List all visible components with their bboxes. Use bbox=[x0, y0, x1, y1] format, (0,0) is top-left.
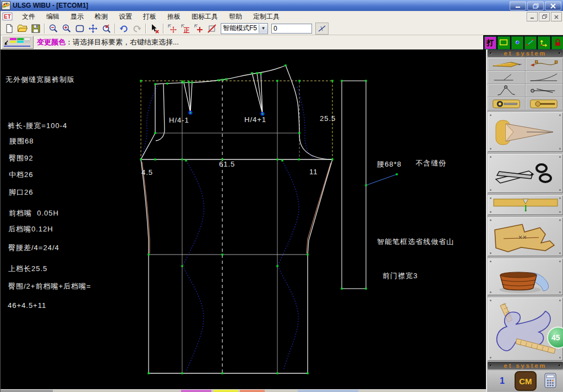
layer-color-magenta bbox=[181, 390, 211, 392]
da-tool-button[interactable]: 打 bbox=[484, 36, 496, 49]
open-file-icon[interactable] bbox=[16, 23, 29, 35]
canvas-text-2: 裤长-腰宽=100-4 bbox=[8, 121, 67, 131]
line-tool-button[interactable] bbox=[524, 36, 537, 49]
menu-item-10[interactable]: 定制工具 bbox=[248, 11, 285, 23]
canvas-text-7: 前档嘴 0.05H bbox=[9, 208, 59, 218]
canvas-text-15: 25.5 bbox=[320, 114, 336, 123]
undo-icon[interactable] bbox=[117, 23, 130, 35]
redo-icon[interactable] bbox=[130, 23, 144, 35]
slant-line-icon[interactable] bbox=[488, 71, 526, 84]
menu-item-7[interactable]: 推板 bbox=[162, 11, 186, 23]
length-input[interactable] bbox=[271, 24, 312, 34]
svg-text:正: 正 bbox=[183, 27, 190, 34]
restore-button[interactable] bbox=[527, 1, 544, 10]
menu-item-3[interactable]: 显示 bbox=[65, 11, 89, 23]
menu-item-5[interactable]: 设置 bbox=[113, 11, 138, 23]
application-window: ULSG WIBU - [ETCOM1] ET 文件编辑显示检测设置打板推板图标… bbox=[0, 0, 563, 392]
canvas-text-16: 61.5 bbox=[219, 160, 235, 168]
point-tool-button[interactable] bbox=[511, 36, 523, 49]
menu-item-9[interactable]: 帮助 bbox=[223, 11, 248, 23]
point-move-icon[interactable] bbox=[166, 23, 179, 35]
canvas-text-22: 前门襟宽3 bbox=[382, 271, 418, 281]
calculator-icon[interactable] bbox=[544, 373, 556, 390]
svg-text:打: 打 bbox=[487, 38, 494, 47]
mdi-restore-button[interactable] bbox=[539, 12, 550, 21]
new-file-icon[interactable] bbox=[3, 23, 16, 35]
scale-bar: 1 CM bbox=[488, 371, 563, 391]
svg-text:ET: ET bbox=[4, 14, 11, 20]
rise-curve-icon[interactable] bbox=[526, 71, 563, 84]
line-tool-icon[interactable] bbox=[315, 23, 329, 35]
main-toolbar: 正 智能模式F5 ▼ bbox=[1, 22, 563, 35]
lock-tool-button[interactable] bbox=[551, 36, 563, 49]
layer-color-blue bbox=[298, 390, 358, 392]
tool-grid bbox=[488, 58, 563, 111]
scale-value: 1 bbox=[500, 376, 505, 386]
zoom-in-icon[interactable] bbox=[60, 23, 73, 35]
zoom-out-icon[interactable] bbox=[47, 23, 60, 35]
quick-toolbar: 打 bbox=[483, 35, 563, 49]
notch-strip-panel[interactable] bbox=[488, 195, 563, 215]
canvas-text-20: 不含缝份 bbox=[416, 158, 446, 168]
canvas-text-14: H/4+1 bbox=[244, 115, 266, 124]
canvas-text-11: 臀围/2+前档嘴+后档嘴= bbox=[8, 281, 91, 291]
rect-tool-button[interactable] bbox=[498, 36, 510, 49]
compass-flat-icon[interactable] bbox=[526, 84, 563, 97]
tool-sidebar: et system 45 e bbox=[486, 49, 563, 392]
canvas-text-10: 上档长25.5 bbox=[8, 264, 47, 274]
hook-arrow-icon[interactable] bbox=[526, 58, 563, 71]
sidebar-header: et system bbox=[488, 49, 563, 57]
canvas-text-6: 脚口26 bbox=[9, 187, 33, 197]
change-color-icon[interactable] bbox=[2, 36, 34, 49]
select-cancel-icon[interactable] bbox=[148, 23, 161, 35]
scrollbar-thumb[interactable] bbox=[1, 390, 53, 392]
save-file-icon[interactable] bbox=[29, 23, 42, 35]
drawing-canvas[interactable]: 无外侧缝宽腿裤制版裤长-腰宽=100-4腰围68臀围92中档26脚口26前档嘴 … bbox=[1, 49, 486, 389]
unit-button[interactable]: CM bbox=[515, 371, 537, 391]
pencil-icon[interactable] bbox=[488, 58, 526, 71]
sidebar-footer-header: et system bbox=[488, 362, 563, 369]
scissors-panel[interactable] bbox=[488, 154, 563, 193]
close-button[interactable] bbox=[545, 1, 561, 10]
canvas-text-9: 臀腰差/4=24/4 bbox=[8, 243, 59, 253]
menu-bar: ET 文件编辑显示检测设置打板推板图标工具帮助定制工具 bbox=[1, 11, 563, 23]
layer-color-yellow bbox=[214, 390, 238, 392]
mode-select[interactable]: 智能模式F5 ▼ bbox=[221, 23, 268, 34]
french-curve-panel[interactable]: 45 bbox=[488, 297, 563, 361]
canvas-text-8: 后档嘴0.12H bbox=[8, 224, 53, 234]
menu-item-2[interactable]: 编辑 bbox=[41, 11, 65, 23]
canvas-text-3: 腰围68 bbox=[9, 136, 34, 146]
mdi-close-button[interactable] bbox=[551, 12, 562, 21]
compass-open-icon[interactable] bbox=[488, 84, 526, 97]
window-title: ULSG WIBU - [ETCOM1] bbox=[13, 2, 88, 9]
minimize-button[interactable] bbox=[510, 1, 526, 10]
horizontal-scrollbar[interactable] bbox=[1, 389, 486, 392]
pen-nib-panel[interactable] bbox=[488, 112, 563, 152]
pattern-drawing bbox=[1, 49, 486, 389]
prompt-message: ：请选择目标要素，右键结束选择... bbox=[65, 37, 179, 47]
layer-color-salmon bbox=[240, 390, 265, 392]
point-add-icon[interactable] bbox=[192, 23, 205, 35]
et-logo-icon: ET bbox=[2, 12, 13, 21]
canvas-text-5: 中档26 bbox=[9, 170, 33, 180]
canvas-text-21: 智能笔框选省线做省山 bbox=[377, 237, 454, 247]
menu-list: 文件编辑显示检测设置打板推板图标工具帮助定制工具 bbox=[17, 11, 285, 23]
view-box-icon[interactable] bbox=[73, 23, 86, 35]
gauge-stamp-icon[interactable] bbox=[488, 97, 526, 111]
axes-tool-button[interactable] bbox=[538, 36, 550, 49]
spoon-stamp-icon[interactable] bbox=[526, 97, 563, 111]
chevron-down-icon[interactable]: ▼ bbox=[259, 24, 267, 33]
menu-item-1[interactable]: 文件 bbox=[17, 11, 41, 23]
menu-item-6[interactable]: 打板 bbox=[138, 11, 162, 23]
mdi-minimize-button[interactable] bbox=[527, 12, 538, 21]
point-align-icon[interactable]: 正 bbox=[179, 23, 192, 35]
point-disable-icon[interactable] bbox=[205, 23, 218, 35]
menu-item-8[interactable]: 图标工具 bbox=[186, 11, 223, 23]
fabric-basket-panel[interactable] bbox=[488, 258, 563, 295]
mode-select-value: 智能模式F5 bbox=[221, 24, 259, 33]
prompt-action-label: 变更颜色 bbox=[37, 37, 65, 47]
pan-icon[interactable] bbox=[86, 23, 100, 35]
zoom-previous-icon[interactable] bbox=[100, 23, 113, 35]
menu-item-4[interactable]: 检测 bbox=[89, 11, 113, 23]
pattern-piece-panel[interactable] bbox=[488, 217, 563, 256]
